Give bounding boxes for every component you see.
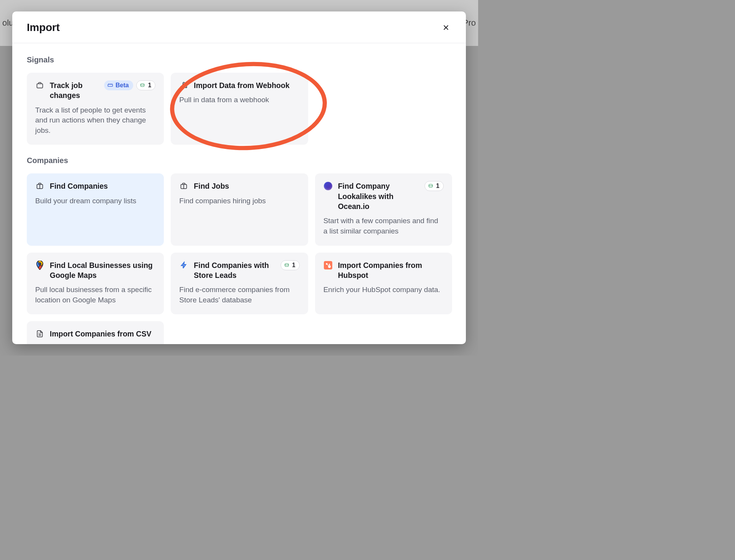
storeleads-icon	[179, 261, 188, 270]
card-title: Find Local Businesses using Google Maps	[50, 260, 155, 281]
card-desc: Start with a few companies and find a li…	[323, 216, 444, 236]
hubspot-icon	[323, 261, 333, 270]
close-button[interactable]	[440, 21, 452, 34]
modal-title: Import	[27, 21, 60, 34]
svg-point-8	[429, 184, 432, 186]
google-maps-icon	[35, 261, 44, 270]
briefcase-icon	[35, 181, 44, 191]
card-desc: Pull in data from a webhook	[179, 95, 299, 105]
briefcase-icon	[179, 181, 188, 191]
card-desc: Pull local businesses from a specific lo…	[35, 285, 155, 305]
card-desc: Build your dream company lists	[35, 196, 155, 206]
beta-badge: Beta	[104, 80, 134, 90]
card-title: Find Companies with Store Leads	[194, 260, 275, 281]
card-find-companies[interactable]: Find Companies Build your dream company …	[27, 173, 164, 245]
modal-header: Import	[12, 11, 466, 43]
card-title: Find Companies	[50, 181, 155, 191]
card-desc: Track a list of people to get events and…	[35, 105, 155, 136]
import-modal: Import Signals Track job changes	[12, 11, 466, 344]
card-companies-storeleads[interactable]: Find Companies with Store Leads 1 Find e…	[171, 253, 308, 315]
file-text-icon	[35, 329, 44, 338]
card-find-jobs[interactable]: Find Jobs Find companies hiring jobs	[171, 173, 308, 245]
card-title: Find Company Lookalikes with Ocean.io	[338, 181, 419, 211]
svg-point-3	[183, 82, 185, 84]
webhook-icon	[179, 81, 188, 90]
companies-cards: Find Companies Build your dream company …	[27, 173, 452, 344]
card-import-csv[interactable]: Import Companies from CSV Import Domains…	[27, 321, 164, 344]
card-desc: Import Domains, LinkedIn URLs, or	[35, 344, 155, 344]
card-title: Import Companies from Hubspot	[338, 260, 444, 281]
card-title: Import Data from Webhook	[194, 80, 299, 90]
svg-point-2	[141, 83, 144, 85]
svg-point-13	[328, 265, 330, 268]
card-track-job-changes[interactable]: Track job changes Beta 1 Tr	[27, 73, 164, 145]
credit-badge: 1	[136, 80, 155, 90]
card-import-hubspot[interactable]: Import Companies from Hubspot Enrich you…	[315, 253, 452, 315]
card-desc: Find e-commerce companies from Store Lea…	[179, 285, 299, 305]
card-title: Track job changes	[50, 80, 99, 101]
svg-point-11	[285, 263, 288, 265]
svg-point-10	[39, 263, 41, 264]
briefcase-icon	[35, 81, 44, 90]
svg-point-14	[329, 264, 330, 264]
section-label-signals: Signals	[27, 56, 452, 64]
card-title: Find Jobs	[194, 181, 299, 191]
companies-section: Companies Find Companies Build your drea…	[27, 156, 452, 344]
card-find-lookalikes-ocean[interactable]: Find Company Lookalikes with Ocean.io 1 …	[315, 173, 452, 245]
svg-rect-1	[108, 84, 113, 86]
section-label-companies: Companies	[27, 156, 452, 165]
modal-body: Signals Track job changes Beta	[12, 43, 466, 344]
card-local-businesses-gmaps[interactable]: Find Local Businesses using Google Maps …	[27, 253, 164, 315]
card-desc: Find companies hiring jobs	[179, 196, 299, 206]
card-title: Import Companies from CSV	[50, 329, 155, 339]
card-import-webhook[interactable]: Import Data from Webhook Pull in data fr…	[171, 73, 308, 145]
ocean-io-icon	[323, 181, 333, 191]
credit-badge: 1	[281, 260, 300, 270]
card-desc: Enrich your HubSpot company data.	[323, 285, 444, 295]
signals-cards: Track job changes Beta 1 Tr	[27, 73, 452, 145]
svg-rect-0	[37, 84, 43, 88]
credit-badge: 1	[425, 181, 444, 191]
signals-section: Signals Track job changes Beta	[27, 56, 452, 145]
close-icon	[442, 23, 450, 32]
